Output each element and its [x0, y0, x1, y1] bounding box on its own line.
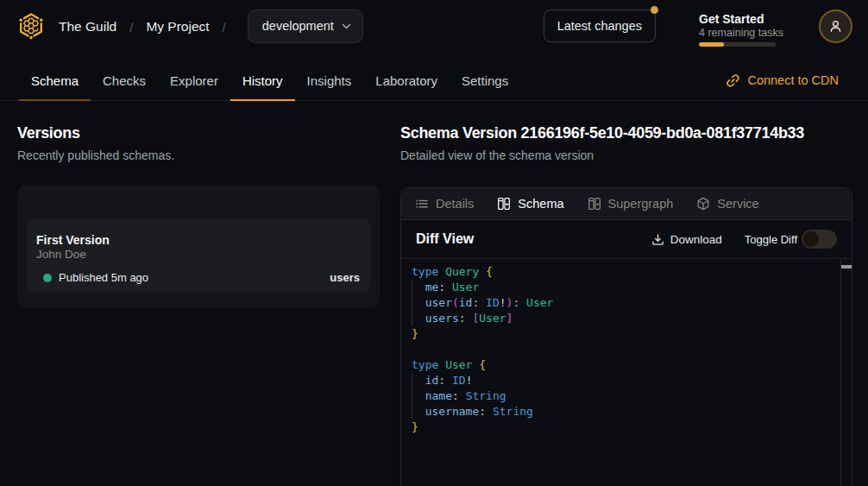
get-started-progress-fill	[699, 42, 724, 47]
tab-laboratory[interactable]: Laboratory	[363, 52, 450, 100]
toggle-diff-switch[interactable]	[802, 230, 837, 249]
detail-tab-schema[interactable]: Schema	[497, 197, 563, 211]
detail-tab-service-label: Service	[717, 197, 758, 211]
person-icon	[828, 19, 843, 34]
get-started-title: Get Started	[699, 12, 776, 26]
diff-header: Diff View Download Toggle Diff	[401, 220, 852, 259]
columns-icon	[588, 197, 601, 211]
breadcrumb-separator: /	[129, 20, 133, 35]
versions-subtitle: Recently published schemas.	[17, 148, 380, 163]
tab-insights[interactable]: Insights	[295, 52, 364, 100]
toggle-diff-label: Toggle Diff	[745, 233, 797, 246]
version-author: John Doe	[36, 248, 360, 262]
download-button[interactable]: Download	[651, 233, 722, 246]
detail-tab-supergraph[interactable]: Supergraph	[588, 197, 674, 211]
detail-subtitle: Detailed view of the schema version	[400, 148, 852, 163]
connect-to-cdn-label: Connect to CDN	[747, 73, 839, 87]
published-status-dot	[43, 274, 52, 282]
detail-tab-details[interactable]: Details	[415, 197, 474, 211]
download-icon	[651, 233, 664, 246]
service-badge: users	[330, 271, 360, 284]
detail-column: Schema Version 2166196f-5e10-4059-bd0a-0…	[400, 123, 852, 486]
diff-actions: Download Toggle Diff	[651, 230, 837, 249]
main-nav: Schema Checks Explorer History Insights …	[0, 52, 868, 101]
detail-tab-service[interactable]: Service	[696, 197, 758, 211]
cube-icon	[696, 197, 710, 211]
version-name: First Version	[36, 232, 360, 248]
link-icon	[726, 73, 740, 88]
breadcrumb-project[interactable]: My Project	[146, 19, 209, 35]
environment-select[interactable]: development	[248, 9, 363, 43]
breadcrumb-separator-2: /	[223, 20, 226, 35]
get-started-widget[interactable]: Get Started 4 remaining tasks	[699, 12, 776, 47]
breadcrumb-org[interactable]: The Guild	[59, 19, 116, 35]
environment-select-value: development	[262, 19, 334, 33]
detail-title: Schema Version 2166196f-5e10-4059-bd0a-0…	[400, 123, 852, 143]
latest-changes-button[interactable]: Latest changes	[544, 9, 656, 42]
tab-history[interactable]: History	[230, 52, 295, 100]
version-status-row: Published 5m ago users	[36, 271, 360, 284]
versions-column: Versions Recently published schemas. Fir…	[17, 123, 380, 308]
notification-dot	[651, 6, 658, 14]
download-label: Download	[670, 233, 722, 246]
detail-tab-details-label: Details	[436, 197, 474, 211]
schema-code[interactable]: type Query { me: User user(id: ID!): Use…	[401, 259, 852, 435]
get-started-subtitle: 4 remaining tasks	[699, 27, 776, 39]
code-scrollbar-thumb[interactable]	[841, 265, 852, 268]
detail-tabs: Details Schema Supergraph Service	[401, 188, 852, 220]
code-scrollbar[interactable]	[840, 259, 852, 486]
versions-title: Versions	[17, 123, 380, 143]
list-icon	[415, 197, 429, 211]
tab-checks[interactable]: Checks	[91, 52, 158, 100]
version-detail-panel: Details Schema Supergraph Service Diff V…	[400, 187, 852, 486]
code-viewer: type Query { me: User user(id: ID!): Use…	[401, 259, 852, 486]
user-avatar[interactable]	[819, 9, 852, 43]
diff-view-title: Diff View	[416, 231, 474, 247]
columns-icon	[497, 197, 511, 211]
detail-tab-schema-label: Schema	[518, 197, 563, 211]
detail-tab-supergraph-label: Supergraph	[608, 197, 674, 211]
main-content: Versions Recently published schemas. Fir…	[0, 101, 868, 486]
versions-list: First Version John Doe Published 5m ago …	[17, 185, 380, 308]
tab-schema[interactable]: Schema	[19, 52, 91, 100]
get-started-progressbar	[699, 42, 776, 47]
chevron-down-icon	[341, 21, 352, 32]
tab-settings[interactable]: Settings	[450, 52, 520, 100]
hive-logo-icon[interactable]	[17, 12, 45, 40]
breadcrumb: The Guild / My Project /	[59, 19, 239, 35]
connect-to-cdn-link[interactable]: Connect to CDN	[726, 52, 839, 100]
version-status: Published 5m ago	[59, 271, 148, 284]
latest-changes-label: Latest changes	[557, 19, 642, 33]
header-right: Latest changes Get Started 4 remaining t…	[544, 6, 852, 47]
app-header: The Guild / My Project / development Lat…	[0, 0, 868, 52]
toggle-knob	[803, 231, 819, 247]
tab-explorer[interactable]: Explorer	[158, 52, 230, 100]
version-card[interactable]: First Version John Doe Published 5m ago …	[27, 218, 370, 293]
